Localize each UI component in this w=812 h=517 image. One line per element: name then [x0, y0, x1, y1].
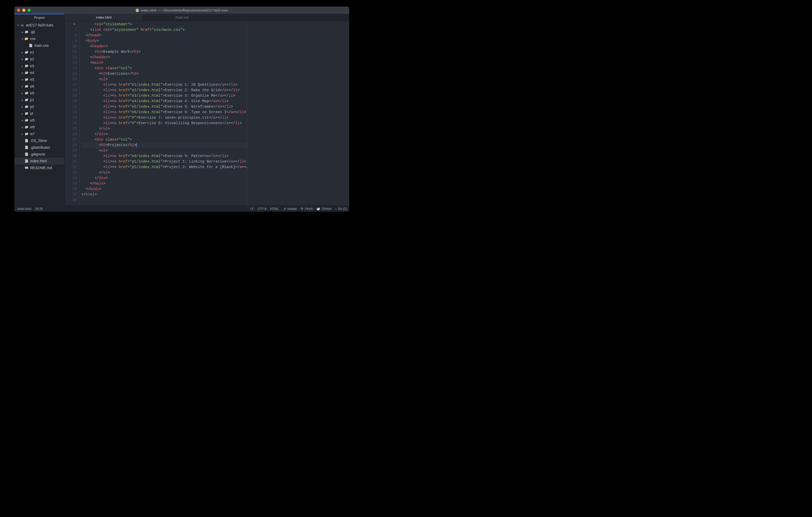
code-line[interactable]: <li><a href="e6/index.html">Exercise 6: …	[81, 110, 247, 115]
expand-icon[interactable]: ▸	[21, 85, 24, 88]
line-number[interactable]: 27	[65, 137, 77, 143]
code-line[interactable]: <li><a href="e5/index.html">Exercise 5: …	[81, 104, 247, 110]
line-number[interactable]: 36	[65, 186, 77, 192]
line-number[interactable]: 19	[65, 93, 77, 98]
line-number[interactable]: 10	[65, 44, 77, 49]
tree-item-e5[interactable]: ▸e5	[14, 76, 64, 83]
code-line[interactable]: <h2>Exercises</h2>	[81, 71, 247, 77]
tree-item-e2[interactable]: ▸e2	[14, 56, 64, 62]
close-icon[interactable]	[17, 9, 20, 12]
code-line[interactable]: <h2>Projects</h2>	[81, 143, 247, 148]
code-line[interactable]: </body>	[81, 186, 247, 192]
zoom-icon[interactable]	[27, 9, 31, 12]
line-number[interactable]: 12	[65, 55, 77, 60]
expand-icon[interactable]: ▾	[17, 24, 20, 27]
code-line[interactable]: <ul>	[81, 77, 247, 82]
status-git-branch[interactable]: master	[283, 207, 297, 211]
code-line[interactable]: <li><a href="#">Exercise 8: Visualizing …	[81, 121, 247, 126]
code-line[interactable]: <body>	[81, 38, 247, 44]
line-number[interactable]: 23	[65, 115, 77, 121]
expand-icon[interactable]: ▸	[21, 126, 24, 129]
code-line[interactable]: <div class="col">	[81, 137, 247, 143]
expand-icon[interactable]: ▸	[21, 132, 24, 135]
tree-item-e4[interactable]: ▸e4	[14, 69, 64, 76]
expand-icon[interactable]: ▸	[21, 92, 24, 95]
tree-item--gitignore[interactable]: .gitignore	[14, 151, 64, 158]
tree-item-pt[interactable]: ▸pt	[14, 110, 64, 117]
code-line[interactable]: <main>	[81, 60, 247, 66]
line-number[interactable]: 11	[65, 49, 77, 55]
line-number-gutter[interactable]: 7891011121314151617181920212223242526272…	[65, 21, 80, 206]
expand-icon[interactable]: ▸	[21, 58, 24, 61]
line-number[interactable]: 31	[65, 159, 77, 164]
expand-icon[interactable]: ▸	[21, 98, 24, 101]
line-number[interactable]: 9	[65, 38, 77, 44]
expand-icon[interactable]: ▸	[21, 105, 24, 108]
expand-icon[interactable]: ▸	[21, 51, 24, 54]
expand-icon[interactable]: ▸	[21, 119, 24, 122]
code-line[interactable]: </div>	[81, 131, 247, 137]
code-line[interactable]: <ul>	[81, 148, 247, 153]
line-number[interactable]: 14	[65, 66, 77, 71]
line-number[interactable]: 38	[65, 197, 77, 203]
code-line[interactable]	[81, 197, 247, 203]
expand-icon[interactable]: ▸	[21, 112, 24, 115]
status-filename[interactable]: index.html	[17, 207, 31, 211]
line-number[interactable]: 28	[65, 143, 77, 148]
code-editor[interactable]: 7891011121314151617181920212223242526272…	[65, 21, 349, 206]
tree-item-e3[interactable]: ▸e3	[14, 62, 64, 69]
line-number[interactable]: 8	[65, 33, 77, 38]
code-line[interactable]: <div class="col">	[81, 66, 247, 71]
tree-item-e1[interactable]: ▸e1	[14, 49, 64, 56]
code-line[interactable]: <li><a href="e9/index.html">Exercise 9: …	[81, 153, 247, 159]
expand-icon[interactable]: ▸	[21, 31, 24, 33]
tab-index-html[interactable]: index.html	[65, 14, 143, 21]
status-fetch[interactable]: Fetch	[300, 207, 313, 211]
tree-item-p1[interactable]: ▸p1	[14, 96, 64, 103]
line-number[interactable]: 20	[65, 98, 77, 104]
tab-main-css[interactable]: main.css	[143, 14, 222, 21]
line-number[interactable]: 15	[65, 71, 77, 77]
status-git[interactable]: Git (2)	[335, 207, 347, 211]
tree-item-index-html[interactable]: index.html	[14, 158, 64, 164]
code-line[interactable]: </header>	[81, 55, 247, 60]
status-line-ending[interactable]: LF	[250, 207, 254, 211]
line-number[interactable]: 32	[65, 164, 77, 170]
line-number[interactable]: 17	[65, 82, 77, 88]
code-line[interactable]: <li><a href="e4/index.html">Exercise 4: …	[81, 98, 247, 104]
line-number[interactable]: 22	[65, 110, 77, 115]
tree-item-main-css[interactable]: main.css	[14, 42, 64, 49]
status-cursor-position[interactable]: 28:26	[35, 207, 43, 211]
status-github[interactable]: GitHub	[316, 207, 331, 211]
code-area[interactable]: rel="stylesheet"> <link rel="stylesheet"…	[80, 21, 247, 206]
line-number[interactable]: 25	[65, 126, 77, 131]
line-number[interactable]: 35	[65, 181, 77, 186]
code-line[interactable]: <li><a href="#">Exercise 7: seven-princi…	[81, 115, 247, 121]
tree-item-avt217-fa20-tues[interactable]: ▾avt217-fa20-tues	[14, 22, 64, 29]
titlebar[interactable]: index.html — ~/Documents/Repositories/av…	[14, 6, 349, 14]
code-line[interactable]: </main>	[81, 181, 247, 186]
line-number[interactable]: 37	[65, 192, 77, 197]
tab-bar[interactable]: index.htmlmain.css	[65, 14, 349, 21]
line-number[interactable]: 16	[65, 77, 77, 82]
code-line[interactable]: <link rel="stylesheet" href="css/main.cs…	[81, 27, 247, 33]
tree-item-e6[interactable]: ▸e6	[14, 83, 64, 90]
expand-icon[interactable]: ▸	[21, 78, 24, 81]
code-line[interactable]: </ul>	[81, 170, 247, 175]
file-tree[interactable]: ▾avt217-fa20-tues▸.git▾cssmain.css▸e1▸e2…	[14, 21, 64, 171]
line-number[interactable]: 24	[65, 121, 77, 126]
line-number[interactable]: 18	[65, 88, 77, 93]
code-line[interactable]: </div>	[81, 175, 247, 181]
line-number[interactable]	[65, 22, 77, 27]
line-number[interactable]: 30	[65, 153, 77, 159]
tree-item--git[interactable]: ▸.git	[14, 29, 64, 35]
tree-item--ds-store[interactable]: .DS_Store	[14, 137, 64, 144]
line-number[interactable]: 21	[65, 104, 77, 110]
sidebar-header[interactable]: Project	[14, 14, 64, 21]
code-line[interactable]: </ul>	[81, 126, 247, 131]
tree-item-readme-md[interactable]: README.md	[14, 164, 64, 171]
tree-item-w5[interactable]: ▸w5	[14, 117, 64, 124]
line-number[interactable]: 7	[65, 27, 77, 33]
minimize-icon[interactable]	[22, 9, 25, 12]
line-number[interactable]: 26	[65, 131, 77, 137]
